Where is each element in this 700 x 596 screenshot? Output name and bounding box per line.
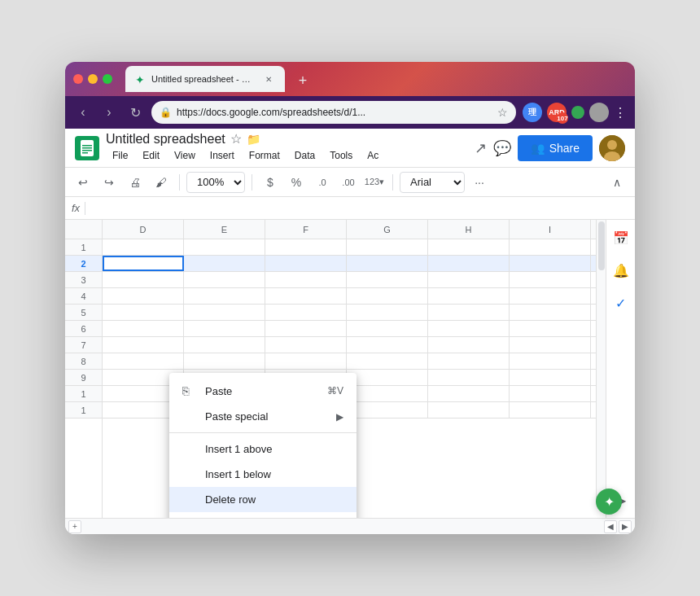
row-header-3[interactable]: 3 bbox=[65, 272, 102, 288]
cell-i8[interactable] bbox=[510, 353, 591, 369]
decimal-more-button[interactable]: .00 bbox=[337, 171, 360, 194]
cell-e6[interactable] bbox=[184, 321, 265, 336]
new-tab-button[interactable]: + bbox=[291, 69, 314, 92]
cell-e3[interactable] bbox=[184, 272, 265, 287]
cell-d4[interactable] bbox=[103, 288, 184, 304]
row-header-2[interactable]: 2 bbox=[65, 256, 102, 272]
cell-e7[interactable] bbox=[184, 337, 265, 353]
col-header-h[interactable]: H bbox=[428, 220, 510, 239]
row-header-9[interactable]: 9 bbox=[65, 370, 102, 386]
profile-avatar[interactable] bbox=[589, 103, 609, 122]
cell-d3[interactable] bbox=[103, 272, 184, 287]
menu-item-clear-row[interactable]: Clear row bbox=[169, 512, 357, 518]
close-button[interactable] bbox=[73, 74, 83, 84]
cell-g8[interactable] bbox=[347, 353, 428, 369]
cell-g6[interactable] bbox=[347, 321, 428, 336]
vertical-scrollbar[interactable] bbox=[596, 220, 606, 502]
print-button[interactable]: 🖨 bbox=[124, 171, 147, 194]
cell-h9[interactable] bbox=[428, 370, 510, 385]
menu-view[interactable]: View bbox=[168, 147, 202, 164]
cell-f6[interactable] bbox=[265, 321, 347, 336]
folder-icon[interactable]: 📁 bbox=[247, 133, 260, 146]
menu-file[interactable]: File bbox=[106, 147, 134, 164]
menu-item-delete-row[interactable]: Delete row bbox=[169, 487, 357, 512]
row-header-4[interactable]: 4 bbox=[65, 288, 102, 305]
cell-i3[interactable] bbox=[510, 272, 591, 287]
scroll-thumb[interactable] bbox=[598, 221, 605, 270]
cell-d8[interactable] bbox=[103, 353, 184, 369]
cell-g11[interactable] bbox=[347, 402, 428, 418]
sidebar-calendar-icon[interactable]: 📅 bbox=[610, 226, 632, 249]
cell-g2[interactable] bbox=[347, 256, 428, 271]
url-bar[interactable]: 🔒 https://docs.google.com/spreadsheets/d… bbox=[151, 101, 516, 124]
col-header-d[interactable]: D bbox=[103, 220, 184, 239]
cell-f2[interactable] bbox=[265, 256, 347, 271]
add-sheet-button[interactable]: + bbox=[68, 520, 81, 533]
cell-g7[interactable] bbox=[347, 337, 428, 353]
menu-item-paste-special[interactable]: Paste special ▶ bbox=[169, 404, 357, 429]
minimize-button[interactable] bbox=[88, 74, 98, 84]
cell-e5[interactable] bbox=[184, 305, 265, 320]
bookmark-icon[interactable]: ☆ bbox=[497, 106, 508, 119]
cell-g3[interactable] bbox=[347, 272, 428, 287]
cell-h2[interactable] bbox=[428, 256, 510, 271]
number-format-button[interactable]: 123▾ bbox=[363, 171, 386, 194]
menu-item-insert-below[interactable]: Insert 1 below bbox=[169, 462, 357, 487]
scroll-left-button[interactable]: ◀ bbox=[604, 520, 617, 533]
row-header-6[interactable]: 6 bbox=[65, 321, 102, 337]
sidebar-tasks-icon[interactable]: ✓ bbox=[610, 291, 632, 314]
cell-i6[interactable] bbox=[510, 321, 591, 336]
redo-button[interactable]: ↪ bbox=[98, 171, 120, 194]
user-avatar[interactable] bbox=[599, 135, 625, 161]
sidebar-bell-icon[interactable]: 🔔 bbox=[610, 259, 632, 282]
cell-d1[interactable] bbox=[103, 239, 184, 255]
cell-h7[interactable] bbox=[428, 337, 510, 353]
undo-button[interactable]: ↩ bbox=[72, 171, 94, 194]
cell-g9[interactable] bbox=[347, 370, 428, 385]
spreadsheet-title[interactable]: Untitled spreadsheet bbox=[106, 132, 225, 147]
scroll-right-button[interactable]: ▶ bbox=[619, 520, 632, 533]
cell-i11[interactable] bbox=[510, 402, 591, 418]
cell-e1[interactable] bbox=[184, 239, 265, 255]
cell-g10[interactable] bbox=[347, 386, 428, 401]
formula-input[interactable] bbox=[90, 202, 628, 214]
menu-format[interactable]: Format bbox=[243, 147, 287, 164]
cell-i1[interactable] bbox=[510, 239, 591, 255]
chrome-menu-button[interactable]: ⋮ bbox=[614, 105, 627, 121]
col-header-g[interactable]: G bbox=[347, 220, 428, 239]
tab-close-button[interactable]: ✕ bbox=[262, 72, 275, 85]
menu-tools[interactable]: Tools bbox=[323, 147, 359, 164]
cell-h3[interactable] bbox=[428, 272, 510, 287]
cell-g1[interactable] bbox=[347, 239, 428, 255]
menu-insert[interactable]: Insert bbox=[203, 147, 241, 164]
menu-item-paste[interactable]: ⎘ Paste ⌘V bbox=[169, 378, 357, 404]
cell-h4[interactable] bbox=[428, 288, 510, 304]
cell-g4[interactable] bbox=[347, 288, 428, 304]
cell-d2[interactable] bbox=[103, 256, 184, 271]
cell-h11[interactable] bbox=[428, 402, 510, 418]
share-button[interactable]: 👥 Share bbox=[518, 135, 593, 161]
cell-g5[interactable] bbox=[347, 305, 428, 320]
cell-i7[interactable] bbox=[510, 337, 591, 353]
cell-d7[interactable] bbox=[103, 337, 184, 353]
active-tab[interactable]: ✦ Untitled spreadsheet - Google ✕ bbox=[125, 66, 285, 92]
row-header-5[interactable]: 5 bbox=[65, 305, 102, 321]
menu-data[interactable]: Data bbox=[288, 147, 322, 164]
cell-e4[interactable] bbox=[184, 288, 265, 304]
cell-i10[interactable] bbox=[510, 386, 591, 401]
back-button[interactable]: ‹ bbox=[73, 105, 93, 120]
comments-icon[interactable]: 💬 bbox=[493, 139, 511, 157]
menu-more[interactable]: Ac bbox=[361, 147, 385, 164]
cell-i4[interactable] bbox=[510, 288, 591, 304]
row-header-11[interactable]: 1 bbox=[65, 402, 102, 419]
maximize-button[interactable] bbox=[103, 74, 112, 84]
cell-f5[interactable] bbox=[265, 305, 347, 320]
row-header-10[interactable]: 1 bbox=[65, 386, 102, 402]
collapse-toolbar-button[interactable]: ∧ bbox=[606, 171, 628, 194]
decimal-less-button[interactable]: .0 bbox=[311, 171, 334, 194]
reload-button[interactable]: ↻ bbox=[125, 105, 145, 121]
menu-edit[interactable]: Edit bbox=[136, 147, 166, 164]
cell-h1[interactable] bbox=[428, 239, 510, 255]
cell-f3[interactable] bbox=[265, 272, 347, 287]
row-header-1[interactable]: 1 bbox=[65, 239, 102, 256]
